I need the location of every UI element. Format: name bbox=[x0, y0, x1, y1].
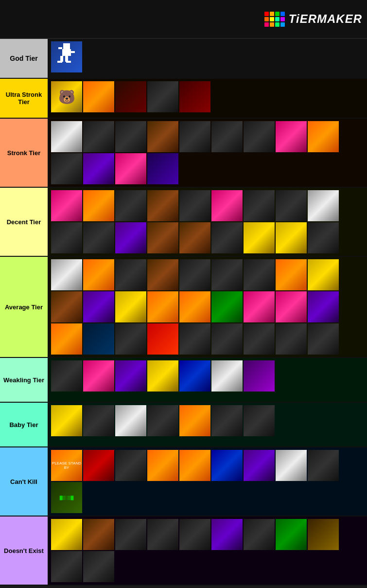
list-item bbox=[179, 121, 210, 152]
list-item bbox=[115, 519, 146, 550]
tier-maker-container: TiERMAKER God Tier bbox=[0, 0, 367, 586]
cant-kill-label: Can't Kill bbox=[0, 447, 49, 516]
list-item: PLEASE STAND BY bbox=[51, 450, 82, 481]
list-item bbox=[83, 405, 114, 436]
svg-rect-1 bbox=[62, 49, 71, 56]
list-item bbox=[211, 190, 243, 221]
list-item bbox=[51, 153, 82, 184]
list-item bbox=[83, 519, 114, 550]
list-item bbox=[83, 190, 114, 221]
list-item bbox=[147, 360, 178, 392]
list-item bbox=[211, 405, 243, 436]
list-item bbox=[179, 405, 210, 436]
list-item bbox=[244, 323, 275, 355]
list-item bbox=[179, 81, 210, 112]
list-item bbox=[211, 360, 243, 392]
list-item: ▓▒░▒▓ bbox=[51, 482, 82, 513]
list-item bbox=[179, 323, 210, 355]
list-item bbox=[276, 450, 307, 481]
list-item bbox=[211, 222, 243, 253]
list-item bbox=[115, 81, 146, 112]
list-item bbox=[115, 405, 146, 436]
list-item bbox=[244, 121, 275, 152]
list-item bbox=[115, 121, 146, 152]
list-item bbox=[83, 323, 114, 355]
list-item bbox=[308, 190, 339, 221]
list-item bbox=[83, 81, 114, 112]
list-item bbox=[244, 360, 275, 392]
list-item bbox=[244, 519, 275, 550]
svg-rect-0 bbox=[63, 43, 70, 49]
list-item bbox=[244, 259, 275, 290]
cant-kill-content: PLEASE STAND BY ▓▒░▒▓ bbox=[49, 447, 367, 516]
list-item bbox=[211, 519, 243, 550]
list-item bbox=[308, 323, 339, 355]
god-tier-label: God Tier bbox=[0, 39, 49, 78]
god-tier-content bbox=[49, 39, 367, 78]
list-item bbox=[51, 259, 82, 290]
list-item bbox=[179, 259, 210, 290]
list-item bbox=[51, 323, 82, 355]
list-item bbox=[276, 190, 307, 221]
list-item bbox=[83, 551, 114, 582]
list-item bbox=[51, 190, 82, 221]
list-item bbox=[115, 323, 146, 355]
list-item bbox=[244, 291, 275, 322]
average-tier-row: Average Tier bbox=[0, 257, 367, 358]
ultra-tier-content: 🐻 bbox=[49, 79, 367, 118]
list-item bbox=[308, 450, 339, 481]
list-item bbox=[211, 450, 243, 481]
list-item bbox=[276, 259, 307, 290]
list-item bbox=[147, 153, 178, 184]
list-item bbox=[179, 222, 210, 253]
god-tier-row: God Tier bbox=[0, 39, 367, 79]
list-item bbox=[83, 450, 114, 481]
list-item bbox=[244, 190, 275, 221]
average-tier-label: Average Tier bbox=[0, 257, 49, 357]
list-item bbox=[51, 519, 82, 550]
list-item bbox=[308, 259, 339, 290]
list-item bbox=[147, 323, 178, 355]
list-item bbox=[308, 291, 339, 322]
list-item bbox=[308, 519, 339, 550]
decent-tier-label: Decent Tier bbox=[0, 188, 49, 256]
list-item bbox=[147, 291, 178, 322]
ultra-tier-label: Ultra Stronk Tier bbox=[0, 79, 49, 118]
list-item bbox=[115, 259, 146, 290]
baby-tier-label: Baby Tier bbox=[0, 403, 49, 446]
tiermaker-logo: TiERMAKER bbox=[264, 12, 362, 27]
list-item bbox=[115, 450, 146, 481]
list-item bbox=[147, 450, 178, 481]
list-item bbox=[147, 519, 178, 550]
ultra-tier-row: Ultra Stronk Tier 🐻 bbox=[0, 79, 367, 119]
svg-rect-5 bbox=[57, 61, 62, 63]
list-item bbox=[115, 190, 146, 221]
list-item bbox=[308, 121, 339, 152]
decent-tier-content bbox=[49, 188, 367, 256]
logo-text: TiERMAKER bbox=[289, 12, 362, 26]
list-item bbox=[51, 360, 82, 392]
list-item bbox=[276, 323, 307, 355]
list-item bbox=[115, 153, 146, 184]
svg-rect-7 bbox=[66, 61, 71, 63]
weakling-tier-content bbox=[49, 358, 367, 402]
list-item bbox=[51, 222, 82, 253]
doesnt-exist-label: Doesn't Exist bbox=[0, 517, 49, 585]
list-item bbox=[244, 222, 275, 253]
decent-tier-row: Decent Tier bbox=[0, 188, 367, 257]
svg-rect-2 bbox=[58, 47, 62, 49]
list-item bbox=[276, 291, 307, 322]
list-item bbox=[147, 259, 178, 290]
list-item: 🐻 bbox=[51, 81, 82, 112]
list-item bbox=[51, 551, 82, 582]
header: TiERMAKER bbox=[0, 0, 367, 39]
list-item bbox=[147, 222, 178, 253]
baby-tier-content bbox=[49, 403, 367, 446]
list-item bbox=[147, 81, 178, 112]
list-item bbox=[147, 405, 178, 436]
list-item bbox=[147, 190, 178, 221]
list-item bbox=[83, 259, 114, 290]
baby-tier-row: Baby Tier bbox=[0, 403, 367, 447]
list-item bbox=[179, 360, 210, 392]
list-item bbox=[115, 291, 146, 322]
